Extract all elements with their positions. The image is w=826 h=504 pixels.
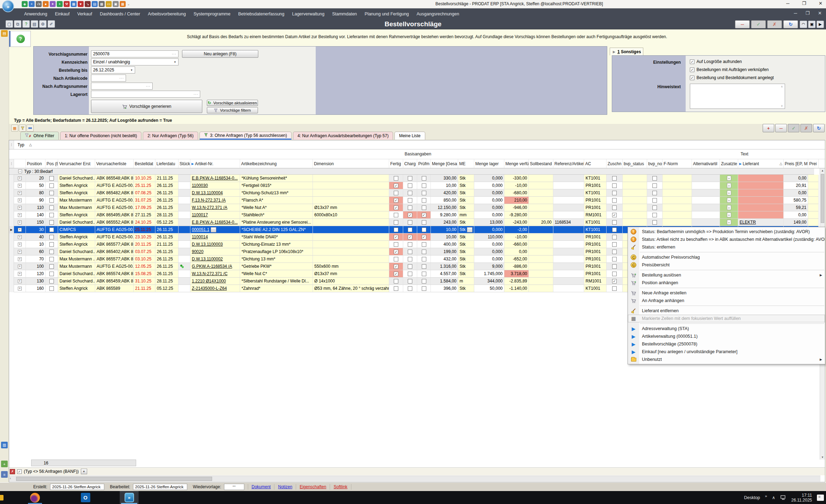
cell-soll[interactable] <box>529 255 553 263</box>
cell-lieferdatum[interactable]: 26.11.25 <box>155 248 178 255</box>
cell-posb[interactable] <box>46 182 58 189</box>
cell-lager[interactable]: 110,000 <box>474 233 504 241</box>
cell-pruefm[interactable]: ✓ <box>417 211 431 219</box>
settings-checkbox-bestellung-und-bestelldokument-angelegt[interactable]: ✓Bestellung und Bestelldokument angelegt <box>690 75 774 80</box>
column-header-zuschn[interactable]: Zuschn <box>607 159 623 168</box>
cell-soll[interactable] <box>529 241 553 248</box>
cell-charg[interactable] <box>403 204 417 211</box>
cell-zuschn[interactable] <box>607 255 623 263</box>
cell-lieferant[interactable] <box>738 197 784 204</box>
artikel-link[interactable]: G.PKW.A-1168534 /A <box>192 264 232 269</box>
expand-row-icon[interactable]: + <box>18 176 22 180</box>
column-header-altart[interactable]: Alternativartil <box>692 159 720 168</box>
expand-row-icon[interactable]: + <box>18 213 22 217</box>
cell-preis[interactable]: 580,75 <box>784 197 808 204</box>
toolbar-overflow-icon[interactable]: ⌄ <box>127 2 130 6</box>
artikel-link[interactable]: W.13.N-272.371 /C <box>192 271 227 276</box>
artikel-link[interactable]: E.B.PKW.A-1168534-0... <box>192 220 238 225</box>
cell-st[interactable] <box>178 278 190 285</box>
expand-row-icon[interactable]: + <box>18 250 22 254</box>
window-minimize-button[interactable]: ─ <box>786 1 789 6</box>
lagerort-input[interactable]: ··· <box>91 91 200 98</box>
cell-charg[interactable] <box>403 255 417 263</box>
cell-artikelnr[interactable]: E.B.PKW.A-1168534-0... <box>190 175 240 182</box>
artikel-link[interactable]: 1.2210 Ø14X1000 <box>192 279 226 284</box>
vorschlaege-filtern-button[interactable]: Vorschläge filtern <box>207 107 258 113</box>
cell-lieferdatum[interactable]: 26.11.25 <box>155 233 178 241</box>
cell-verfueg[interactable]: -946,00 <box>504 204 529 211</box>
hammer-icon[interactable]: ⚒ <box>64 1 70 7</box>
cell-ref[interactable] <box>553 226 584 233</box>
cell-expand[interactable]: + <box>14 189 26 197</box>
cell-fnorm[interactable] <box>663 197 692 204</box>
cell-lager[interactable]: 0,000 <box>474 211 504 219</box>
formula-icon[interactable]: √x <box>36 1 42 7</box>
cell-artikelnr[interactable]: D.W.13.1100002 <box>190 255 240 263</box>
cell-ac[interactable]: KT1001 <box>584 285 607 292</box>
cell-bestelldatum[interactable]: 27.11.25 <box>134 211 155 219</box>
cell-lieferdatum[interactable]: 26.11.25 <box>155 270 178 278</box>
cell-st[interactable] <box>178 270 190 278</box>
me-lookup-button[interactable]: ··· <box>467 227 472 232</box>
cell-position[interactable]: 110 <box>26 204 46 211</box>
cell-verfueg[interactable]: -680,00 <box>504 189 529 197</box>
cell-bez[interactable]: *Stahlblech* <box>240 211 313 219</box>
zusatztext-icon[interactable]: a <box>727 212 731 217</box>
cell-fnorm[interactable] <box>663 211 692 219</box>
row-remove-button[interactable]: ─ <box>775 124 787 132</box>
cell-bestelldatum[interactable]: 20.11.25 <box>134 241 155 248</box>
cell-fertig[interactable] <box>389 285 403 292</box>
cell-bez[interactable]: *Zahnrad* <box>240 285 313 292</box>
cell-preis2[interactable] <box>808 211 819 219</box>
cell-bvp_status[interactable] <box>623 175 647 182</box>
nach-artikelcode-input[interactable]: ··· <box>91 75 126 82</box>
context-item-preisübersicht[interactable]: CPreisübersicht <box>628 261 825 269</box>
cell-soll[interactable] <box>529 226 553 233</box>
cell-preis[interactable]: 149,00 <box>784 219 808 226</box>
copy-icon[interactable]: ⧉ <box>14 20 21 28</box>
cell-bez[interactable]: *Welle Nut C* <box>240 270 313 278</box>
cell-bvp_status[interactable] <box>623 182 647 189</box>
cell-lager[interactable]: 0,000 <box>474 175 504 182</box>
textarea-scrollbar[interactable]: ∧∨ <box>779 84 784 108</box>
cell-expand[interactable]: + <box>14 270 26 278</box>
column-header-preis[interactable]: Preis [EP, M <box>784 159 808 168</box>
cell-ac[interactable]: PR1001 <box>584 270 607 278</box>
cell-fertig[interactable] <box>389 189 403 197</box>
cell-verfueg[interactable]: -660,00 <box>504 241 529 248</box>
cell-expand[interactable]: + <box>14 248 26 255</box>
window-restore-button[interactable]: ❐ <box>802 1 806 6</box>
cell-ac[interactable]: PR1001 <box>584 241 607 248</box>
cell-liste[interactable]: ABK 865482;ABK 8... <box>95 189 134 197</box>
cell-verursacher[interactable]: Steffen Angrick <box>58 182 95 189</box>
cell-zusatz[interactable]: a <box>720 175 738 182</box>
cell-fertig[interactable]: ✓ <box>389 204 403 211</box>
cell-posb[interactable] <box>46 189 58 197</box>
zusatztext-icon[interactable]: a <box>727 205 731 210</box>
cell-zuschn[interactable]: ✓ <box>607 211 623 219</box>
cell-verfueg[interactable]: -1.140,00 <box>504 285 529 292</box>
cell-charg[interactable] <box>403 285 417 292</box>
context-item-unbenutzt[interactable]: Unbenutzt▶ <box>628 356 825 363</box>
help-icon[interactable]: ? <box>22 20 30 28</box>
cell-charg[interactable]: ✓ <box>403 233 417 241</box>
cell-me[interactable]: Stk <box>458 175 474 182</box>
cell-bestelldatum[interactable]: 10.10.25 <box>134 175 155 182</box>
cell-dim[interactable]: Ø13x37 mm <box>313 270 389 278</box>
cell-lager[interactable]: 0,000 <box>474 182 504 189</box>
expand-row-icon[interactable]: + <box>18 184 22 188</box>
cell-expand[interactable]: + <box>14 233 26 241</box>
cell-dim[interactable] <box>313 197 389 204</box>
cell-lieferdatum[interactable]: 26.11.25 <box>155 189 178 197</box>
cell-menge[interactable]: 330,00 <box>431 175 458 182</box>
cell-ref[interactable] <box>553 248 584 255</box>
cell-dim[interactable] <box>313 248 389 255</box>
cell-dim[interactable]: Ø53 mm, 64 Zähne, 20 ° schräg verzahnt <box>313 285 389 292</box>
grid-group-row[interactable]: − Typ : 30:Bedarf <box>9 168 814 175</box>
cell-verursacher[interactable]: Daniel Schuchard... <box>58 278 95 285</box>
satellite-icon[interactable]: ◠ <box>800 21 807 28</box>
cancel-button[interactable]: ✗ <box>767 20 782 28</box>
cell-st[interactable] <box>178 204 190 211</box>
cell-st[interactable] <box>178 189 190 197</box>
column-header-lieferdatum[interactable]: Lieferdatu <box>155 159 178 168</box>
